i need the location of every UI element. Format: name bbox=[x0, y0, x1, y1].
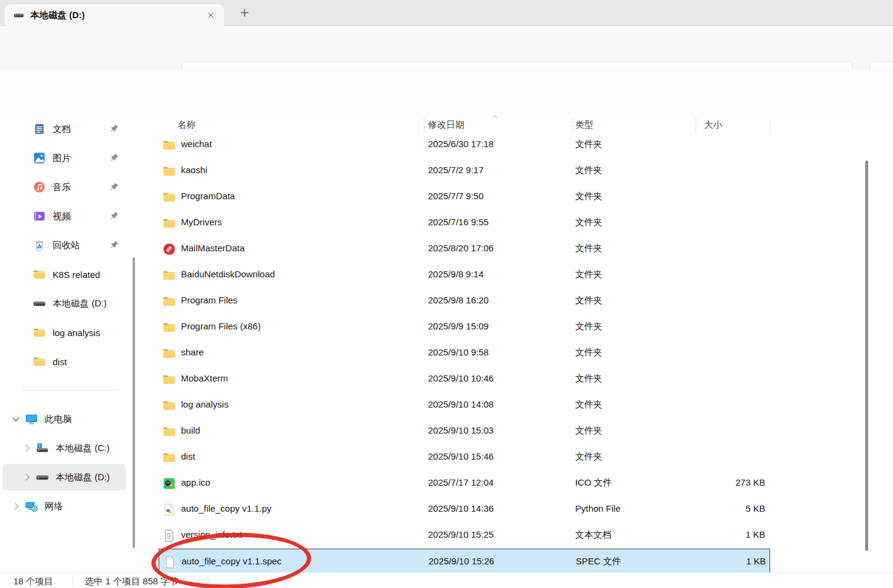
file-icon bbox=[162, 268, 176, 282]
sidebar-item[interactable]: 文档 bbox=[2, 116, 126, 142]
sidebar-item[interactable]: 网络 bbox=[2, 493, 126, 520]
file-row[interactable]: MobaXterm 2025/9/10 10:46 文件夹 bbox=[159, 366, 770, 392]
sidebar-item[interactable]: 图片 bbox=[2, 145, 126, 171]
file-name: weichat bbox=[181, 139, 212, 149]
file-row[interactable]: share 2025/9/10 9:58 文件夹 bbox=[159, 340, 770, 366]
file-icon bbox=[162, 242, 176, 256]
sidebar-item[interactable]: 本地磁盘 (C:) bbox=[2, 435, 126, 461]
file-row[interactable]: weichat 2025/6/30 17:18 文件夹 bbox=[159, 132, 770, 158]
file-name: Program Files bbox=[181, 295, 237, 305]
file-icon bbox=[162, 424, 176, 438]
file-row[interactable]: app.ico 2025/7/17 12:04 ICO 文件 273 KB bbox=[159, 471, 770, 497]
file-date: 2025/9/10 14:08 bbox=[428, 399, 493, 409]
file-date: 2025/9/10 15:46 bbox=[428, 451, 493, 461]
pin-icon[interactable] bbox=[109, 124, 119, 134]
sidebar-item-icon bbox=[33, 297, 46, 310]
sidebar-divider bbox=[22, 390, 119, 391]
file-date: 2025/9/8 16:20 bbox=[428, 295, 489, 305]
file-name: auto_file_copy v1.1.py bbox=[181, 503, 271, 514]
chevron-icon[interactable] bbox=[11, 504, 21, 509]
main-area: 文档 图片 音乐 视频 回收站 K8S related 本地磁盘 (D:) lo… bbox=[0, 113, 893, 572]
file-row[interactable]: dist 2025/9/10 15:46 文件夹 bbox=[159, 444, 770, 471]
file-date: 2025/9/10 9:58 bbox=[428, 347, 489, 357]
file-type: 文件夹 bbox=[575, 347, 602, 358]
file-row[interactable]: build 2025/9/10 15:03 文件夹 bbox=[159, 418, 770, 444]
new-tab-icon[interactable] bbox=[239, 7, 251, 19]
sidebar-item[interactable]: 本地磁盘 (D:) bbox=[2, 290, 126, 317]
chevron-icon[interactable] bbox=[22, 446, 31, 451]
sidebar-item[interactable]: K8S related bbox=[2, 261, 126, 288]
column-header[interactable]: 大小 bbox=[704, 119, 722, 131]
file-icon bbox=[162, 529, 176, 543]
file-row[interactable]: log analysis 2025/9/10 14:08 文件夹 bbox=[159, 392, 770, 418]
sidebar-item[interactable]: 本地磁盘 (D:) bbox=[2, 464, 126, 491]
file-icon bbox=[162, 503, 176, 517]
sidebar-item-label: log analysis bbox=[53, 328, 100, 338]
column-header[interactable]: 修改日期 bbox=[428, 119, 464, 131]
file-row[interactable]: BaiduNetdiskDownload 2025/9/8 9:14 文件夹 bbox=[159, 262, 770, 288]
file-icon bbox=[162, 294, 176, 308]
file-row[interactable]: Program Files (x86) 2025/9/9 15:09 文件夹 bbox=[159, 314, 770, 340]
file-date: 2025/7/2 9:17 bbox=[428, 165, 484, 175]
file-date: 2025/9/10 14:36 bbox=[428, 503, 493, 514]
column-divider[interactable] bbox=[424, 117, 424, 133]
sidebar-item-label: 网络 bbox=[45, 501, 63, 512]
file-type: 文件夹 bbox=[575, 269, 602, 280]
file-name: build bbox=[181, 425, 200, 435]
sidebar-item-icon bbox=[33, 355, 46, 368]
file-date: 2025/9/10 10:46 bbox=[428, 373, 493, 383]
sidebar-item[interactable]: 视频 bbox=[2, 203, 126, 230]
file-icon bbox=[162, 216, 176, 230]
sidebar-item[interactable]: log analysis bbox=[2, 319, 126, 346]
file-row[interactable]: Program Files 2025/9/8 16:20 文件夹 bbox=[159, 288, 770, 314]
file-date: 2025/9/10 15:25 bbox=[428, 529, 493, 540]
column-divider[interactable] bbox=[573, 117, 573, 133]
file-type: 文件夹 bbox=[575, 165, 602, 176]
sort-ascending-icon bbox=[492, 113, 498, 120]
file-date: 2025/9/9 15:09 bbox=[428, 321, 489, 331]
sidebar-item-icon bbox=[33, 180, 46, 194]
tab-bar: 本地磁盘 (D:) bbox=[0, 0, 893, 26]
file-list-scrollbar[interactable] bbox=[865, 160, 868, 551]
file-name: dist bbox=[181, 451, 195, 461]
file-date: 2025/9/8 9:14 bbox=[428, 269, 484, 279]
file-date: 2025/8/20 17:06 bbox=[428, 243, 493, 253]
file-size: 1 KB bbox=[638, 556, 766, 566]
file-size: 273 KB bbox=[637, 477, 765, 487]
file-date: 2025/9/10 15:26 bbox=[429, 556, 494, 566]
file-name: log analysis bbox=[181, 399, 228, 409]
sidebar-item[interactable]: dist bbox=[2, 348, 126, 375]
column-header[interactable]: 名称 bbox=[177, 119, 196, 131]
pin-icon[interactable] bbox=[109, 240, 119, 250]
file-row[interactable]: MyDrivers 2025/7/16 9:55 文件夹 bbox=[159, 210, 770, 236]
file-icon bbox=[162, 346, 176, 360]
file-name: MobaXterm bbox=[181, 373, 228, 383]
pin-icon[interactable] bbox=[109, 153, 119, 163]
chevron-icon[interactable] bbox=[22, 475, 31, 480]
pin-icon[interactable] bbox=[109, 211, 119, 221]
file-date: 2025/9/10 15:03 bbox=[428, 425, 493, 435]
file-icon bbox=[162, 320, 176, 334]
chevron-icon[interactable] bbox=[11, 418, 21, 420]
file-name: share bbox=[181, 347, 204, 357]
sidebar-scrollbar[interactable] bbox=[133, 257, 135, 548]
close-tab-icon[interactable] bbox=[206, 10, 216, 20]
file-row[interactable]: kaoshi 2025/7/2 9:17 文件夹 bbox=[159, 158, 770, 184]
sidebar-item-label: 此电脑 bbox=[45, 414, 72, 425]
sidebar-item[interactable]: 音乐 bbox=[2, 174, 126, 200]
column-divider[interactable] bbox=[769, 117, 770, 133]
pin-icon[interactable] bbox=[109, 182, 119, 192]
file-row[interactable]: ProgramData 2025/7/7 9:50 文件夹 bbox=[159, 184, 770, 210]
sidebar-item[interactable]: 回收站 bbox=[2, 232, 126, 259]
tab-local-disk-d[interactable]: 本地磁盘 (D:) bbox=[5, 4, 224, 26]
file-type: 文件夹 bbox=[575, 191, 602, 202]
file-name: kaoshi bbox=[181, 165, 207, 175]
sidebar-item[interactable]: 此电脑 bbox=[2, 406, 126, 432]
column-header[interactable]: 类型 bbox=[575, 119, 593, 131]
sidebar-item-label: 视频 bbox=[53, 211, 71, 222]
file-name: MyDrivers bbox=[181, 217, 222, 227]
column-divider[interactable] bbox=[696, 117, 696, 133]
file-row[interactable]: MailMasterData 2025/8/20 17:06 文件夹 bbox=[159, 236, 770, 262]
items-count: 18 个项目 bbox=[13, 576, 53, 587]
file-row[interactable]: auto_file_copy v1.1.py 2025/9/10 14:36 P… bbox=[159, 497, 770, 523]
